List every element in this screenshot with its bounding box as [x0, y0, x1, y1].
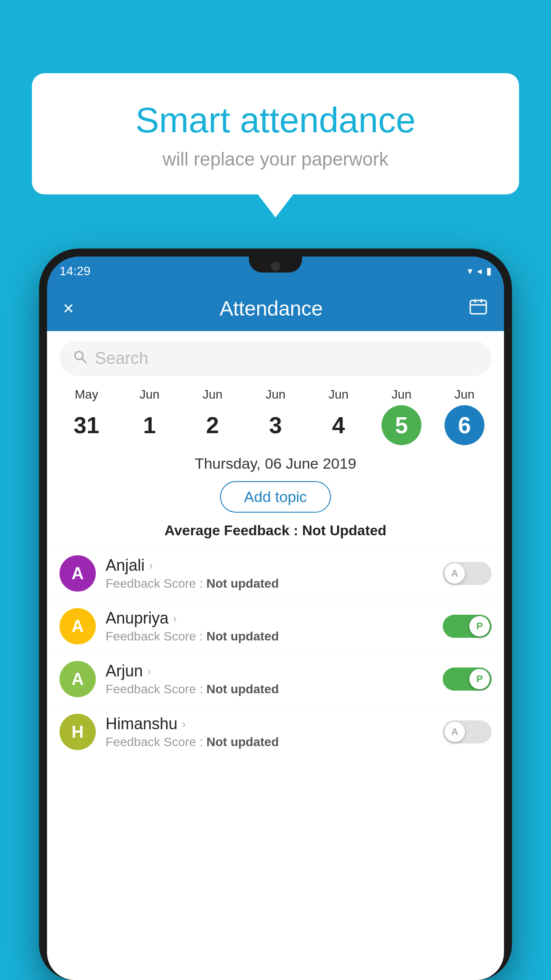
- feedback-score: Feedback Score : Not updated: [106, 682, 433, 696]
- student-info: Himanshu ›Feedback Score : Not updated: [106, 715, 433, 749]
- selected-date-label: Thursday, 06 June 2019: [47, 447, 504, 478]
- avatar: A: [59, 608, 96, 644]
- student-row[interactable]: HHimanshu ›Feedback Score : Not updatedA: [47, 705, 504, 758]
- search-bar[interactable]: Search: [59, 341, 492, 376]
- date-col[interactable]: Jun5: [382, 387, 421, 445]
- avatar: H: [59, 714, 96, 750]
- date-month: May: [75, 387, 98, 402]
- date-day[interactable]: 6: [445, 405, 484, 445]
- battery-icon: ▮: [486, 265, 492, 277]
- student-name: Arjun ›: [106, 662, 433, 680]
- attendance-toggle[interactable]: A: [443, 720, 492, 743]
- date-col[interactable]: Jun2: [193, 387, 232, 445]
- chevron-icon: ›: [182, 717, 186, 731]
- signal-icon: ◂: [477, 265, 482, 277]
- date-day[interactable]: 3: [256, 405, 295, 445]
- add-topic-button[interactable]: Add topic: [220, 481, 331, 513]
- date-month: Jun: [202, 387, 222, 402]
- date-col[interactable]: Jun3: [256, 387, 295, 445]
- attendance-toggle[interactable]: P: [443, 668, 492, 691]
- avatar: A: [59, 661, 96, 697]
- svg-line-5: [82, 359, 86, 363]
- date-col[interactable]: May31: [67, 387, 106, 445]
- student-row[interactable]: AArjun ›Feedback Score : Not updatedP: [47, 652, 504, 705]
- student-info: Anupriya ›Feedback Score : Not updated: [106, 609, 433, 644]
- phone-content: Search May31Jun1Jun2Jun3Jun4Jun5Jun6 Thu…: [47, 331, 504, 980]
- attendance-toggle[interactable]: A: [443, 562, 492, 585]
- date-day[interactable]: 4: [319, 405, 358, 445]
- date-month: Jun: [328, 387, 348, 402]
- date-col[interactable]: Jun6: [445, 387, 484, 445]
- phone-shell: 14:29 ▾ ◂ ▮ × Attendance: [39, 249, 512, 980]
- date-month: Jun: [454, 387, 474, 402]
- student-name: Anupriya ›: [106, 609, 433, 628]
- avg-feedback: Average Feedback : Not Updated: [47, 521, 504, 547]
- date-month: Jun: [391, 387, 411, 402]
- app-header: × Attendance: [47, 286, 504, 331]
- search-icon: [73, 349, 88, 368]
- date-day[interactable]: 5: [382, 405, 421, 445]
- toggle-thumb: A: [445, 563, 465, 584]
- feedback-score: Feedback Score : Not updated: [106, 629, 433, 644]
- toggle-thumb: A: [445, 722, 465, 742]
- calendar-icon[interactable]: [468, 297, 488, 320]
- feedback-score: Feedback Score : Not updated: [106, 577, 433, 591]
- date-day[interactable]: 2: [193, 405, 232, 445]
- toggle-thumb: P: [469, 669, 490, 689]
- status-time: 14:29: [59, 264, 91, 278]
- student-info: Arjun ›Feedback Score : Not updated: [106, 662, 433, 696]
- chevron-icon: ›: [147, 664, 151, 678]
- date-picker: May31Jun1Jun2Jun3Jun4Jun5Jun6: [47, 383, 504, 447]
- date-col[interactable]: Jun4: [319, 387, 358, 445]
- avatar: A: [59, 555, 96, 592]
- bubble-title: Smart attendance: [63, 100, 488, 141]
- notch: [249, 257, 302, 273]
- close-button[interactable]: ×: [63, 298, 74, 319]
- header-title: Attendance: [220, 296, 323, 320]
- chevron-icon: ›: [173, 612, 177, 625]
- search-input[interactable]: Search: [95, 349, 148, 368]
- student-row[interactable]: AAnupriya ›Feedback Score : Not updatedP: [47, 600, 504, 652]
- toggle-thumb: P: [469, 616, 490, 636]
- student-name: Himanshu ›: [106, 715, 433, 733]
- status-bar: 14:29 ▾ ◂ ▮: [47, 257, 504, 286]
- date-day[interactable]: 31: [67, 405, 106, 445]
- date-month: Jun: [265, 387, 285, 402]
- student-info: Anjali ›Feedback Score : Not updated: [106, 556, 433, 591]
- wifi-icon: ▾: [468, 265, 472, 277]
- student-list: AAnjali ›Feedback Score : Not updatedAAA…: [47, 547, 504, 758]
- date-col[interactable]: Jun1: [130, 387, 169, 445]
- date-month: Jun: [139, 387, 159, 402]
- student-row[interactable]: AAnjali ›Feedback Score : Not updatedA: [47, 547, 504, 600]
- attendance-toggle[interactable]: P: [443, 615, 492, 638]
- speech-bubble: Smart attendance will replace your paper…: [32, 73, 519, 194]
- camera: [271, 261, 280, 271]
- date-day[interactable]: 1: [130, 405, 169, 445]
- feedback-score: Feedback Score : Not updated: [106, 735, 433, 749]
- status-icons: ▾ ◂ ▮: [468, 265, 492, 277]
- svg-rect-2: [474, 299, 476, 303]
- chevron-icon: ›: [149, 559, 153, 573]
- svg-rect-3: [480, 299, 482, 303]
- bubble-subtitle: will replace your paperwork: [63, 149, 488, 170]
- phone-inner: 14:29 ▾ ◂ ▮ × Attendance: [47, 257, 504, 980]
- student-name: Anjali ›: [106, 556, 433, 575]
- svg-rect-0: [470, 300, 486, 314]
